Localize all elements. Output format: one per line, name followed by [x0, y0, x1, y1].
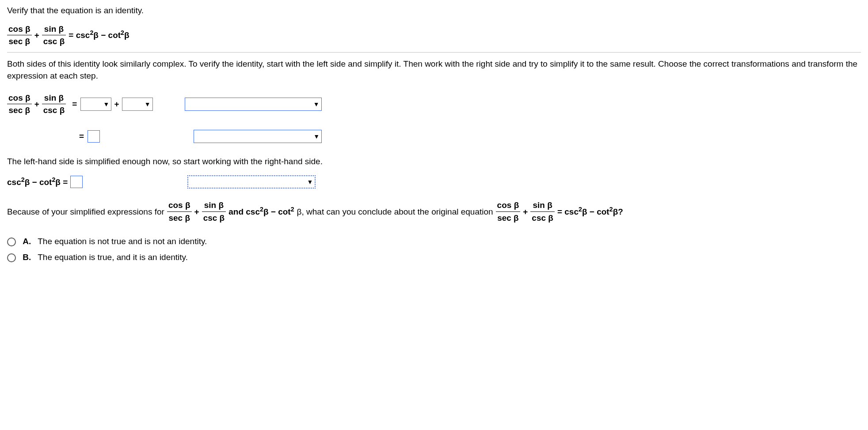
question-prompt: Verify that the equation is an identity. — [7, 4, 861, 17]
rhs-input[interactable] — [70, 176, 83, 188]
because-frac3: cos β sec β — [496, 199, 521, 224]
chevron-down-icon: ▼ — [313, 132, 320, 141]
option-a-radio[interactable] — [7, 238, 16, 246]
because-expr1: and csc2β − cot2 — [228, 206, 294, 218]
step1-plus: + — [34, 98, 39, 110]
because-plus1: + — [194, 206, 199, 218]
divider — [7, 52, 861, 53]
because-expr2: = csc2β − cot2β? — [557, 206, 623, 218]
rhs-reason-dropdown[interactable]: ▼ — [187, 175, 316, 189]
chevron-down-icon: ▼ — [103, 100, 110, 109]
option-b-radio[interactable] — [7, 253, 16, 262]
step1-dropdown-a[interactable]: ▼ — [80, 98, 111, 111]
rhs-expression: csc2β − cot2β = — [7, 176, 68, 189]
step1-reason-dropdown[interactable]: ▼ — [185, 98, 322, 111]
because-frac4: sin β csc β — [530, 199, 555, 224]
option-b-letter: B. — [23, 253, 31, 262]
option-a-letter: A. — [23, 237, 31, 246]
because-plus2: + — [523, 206, 528, 218]
plus-sign: + — [34, 29, 39, 41]
chevron-down-icon: ▼ — [307, 177, 313, 186]
step1-frac1: cos β sec β — [7, 92, 32, 117]
step1-equals: = — [72, 98, 77, 110]
because-frac2: sin β csc β — [202, 199, 226, 224]
explanation-text: Both sides of this identity look similar… — [7, 58, 861, 82]
because-frac1: cos β sec β — [167, 199, 192, 224]
frac-sin-csc: sin β csc β — [42, 23, 66, 48]
step2-equals: = — [79, 130, 84, 143]
step1-dropdown-b[interactable]: ▼ — [122, 98, 153, 111]
because-text-1: Because of your simplified expressions f… — [7, 206, 164, 218]
option-a-text: The equation is not true and is not an i… — [38, 237, 207, 246]
frac-cos-sec: cos β sec β — [7, 23, 32, 48]
step2-reason-dropdown[interactable]: ▼ — [194, 130, 322, 143]
step1-frac2: sin β csc β — [42, 92, 66, 117]
step1-plus2: + — [114, 98, 119, 110]
chevron-down-icon: ▼ — [313, 100, 320, 109]
lhs-done-text: The left-hand side is simplified enough … — [7, 155, 861, 168]
identity-rhs: = csc2β − cot2β — [69, 29, 129, 41]
because-text-2: β, what can you conclude about the origi… — [297, 206, 493, 218]
option-b-text: The equation is true, and it is an ident… — [38, 253, 188, 262]
step2-input[interactable] — [88, 130, 100, 143]
chevron-down-icon: ▼ — [145, 100, 151, 109]
